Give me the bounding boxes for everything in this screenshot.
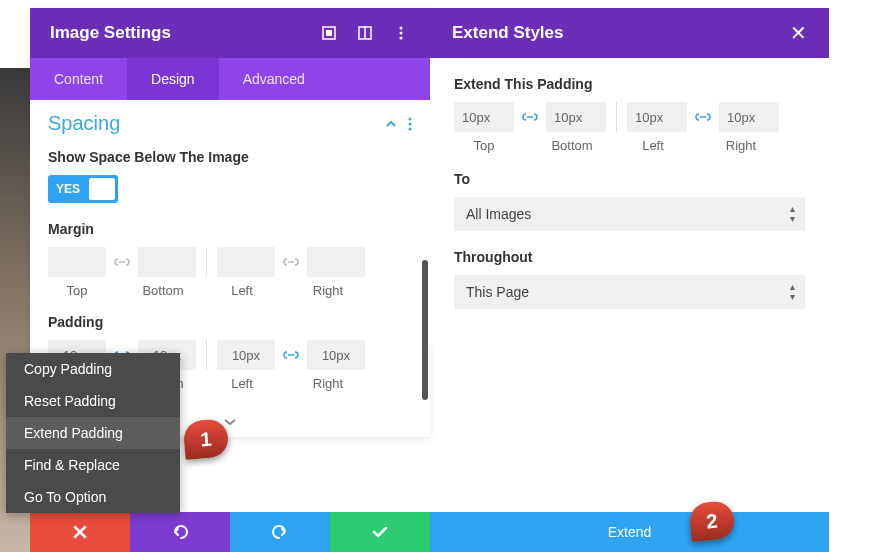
show-space-label: Show Space Below The Image xyxy=(48,149,412,165)
to-select[interactable]: All Images xyxy=(454,197,805,231)
margin-top-input[interactable] xyxy=(48,247,106,277)
svg-point-4 xyxy=(400,27,403,30)
padding-left-input[interactable] xyxy=(217,340,275,370)
margin-top-label: Top xyxy=(48,283,106,298)
extend-this-label: Extend This Padding xyxy=(454,76,805,92)
link-icon[interactable] xyxy=(691,110,715,124)
ext-right-input[interactable] xyxy=(719,102,779,132)
margin-group: Margin Top Bottom Left Right xyxy=(48,221,412,298)
throughout-label: Throughout xyxy=(454,249,805,265)
to-label: To xyxy=(454,171,805,187)
margin-right-label: Right xyxy=(299,283,357,298)
throughout-select-wrap: This Page ▴▾ xyxy=(454,275,805,309)
svg-point-7 xyxy=(409,117,412,120)
more-icon[interactable] xyxy=(408,117,412,131)
tab-content[interactable]: Content xyxy=(30,58,127,100)
show-space-toggle[interactable]: YES xyxy=(48,175,118,203)
link-icon[interactable] xyxy=(279,348,303,362)
margin-bottom-input[interactable] xyxy=(138,247,196,277)
callout-1: 1 xyxy=(182,418,229,460)
panel-header: Image Settings xyxy=(30,8,430,58)
fullscreen-icon[interactable] xyxy=(320,24,338,42)
link-icon[interactable] xyxy=(110,255,134,269)
tab-advanced[interactable]: Advanced xyxy=(219,58,329,100)
tabs: Content Design Advanced xyxy=(30,58,430,100)
margin-left-input[interactable] xyxy=(217,247,275,277)
panel-title: Extend Styles xyxy=(452,23,790,43)
padding-right-input[interactable] xyxy=(307,340,365,370)
padding-label: Padding xyxy=(48,314,412,330)
margin-label: Margin xyxy=(48,221,412,237)
svg-point-6 xyxy=(400,37,403,40)
ext-left-input[interactable] xyxy=(627,102,687,132)
more-icon[interactable] xyxy=(392,24,410,42)
svg-point-9 xyxy=(409,127,412,130)
panel-title: Image Settings xyxy=(50,23,320,43)
ctx-copy-padding[interactable]: Copy Padding xyxy=(6,353,180,385)
close-icon[interactable]: ✕ xyxy=(790,21,807,45)
ctx-find-replace[interactable]: Find & Replace xyxy=(6,449,180,481)
ctx-extend-padding[interactable]: Extend Padding xyxy=(6,417,180,449)
context-menu: Copy Padding Reset Padding Extend Paddin… xyxy=(6,353,180,513)
save-button[interactable] xyxy=(330,512,430,552)
margin-right-input[interactable] xyxy=(307,247,365,277)
ext-top-label: Top xyxy=(454,138,514,153)
redo-button[interactable] xyxy=(230,512,330,552)
throughout-select[interactable]: This Page xyxy=(454,275,805,309)
undo-button[interactable] xyxy=(130,512,230,552)
extend-button[interactable]: Extend xyxy=(430,512,829,552)
extend-styles-panel: Extend Styles ✕ Extend This Padding Top … xyxy=(430,8,829,345)
ext-bottom-input[interactable] xyxy=(546,102,606,132)
to-select-wrap: All Images ▴▾ xyxy=(454,197,805,231)
margin-left-label: Left xyxy=(213,283,271,298)
padding-left-label: Left xyxy=(213,376,271,391)
tab-design[interactable]: Design xyxy=(127,58,219,100)
link-icon[interactable] xyxy=(518,110,542,124)
discard-button[interactable] xyxy=(30,512,130,552)
link-icon[interactable] xyxy=(279,255,303,269)
svg-point-5 xyxy=(400,32,403,35)
ctx-go-to-option[interactable]: Go To Option xyxy=(6,481,180,513)
section-title: Spacing xyxy=(48,112,384,135)
columns-icon[interactable] xyxy=(356,24,374,42)
ext-bottom-label: Bottom xyxy=(542,138,602,153)
section-header[interactable]: Spacing xyxy=(48,112,412,135)
padding-right-label: Right xyxy=(299,376,357,391)
toggle-knob xyxy=(89,178,115,200)
panel-body: Extend This Padding Top Bottom Left Righ… xyxy=(430,58,829,345)
toggle-value: YES xyxy=(48,182,80,196)
ext-left-label: Left xyxy=(623,138,683,153)
ext-top-input[interactable] xyxy=(454,102,514,132)
svg-point-8 xyxy=(409,122,412,125)
chevron-up-icon[interactable] xyxy=(384,117,398,131)
svg-rect-1 xyxy=(326,30,332,36)
ext-right-label: Right xyxy=(711,138,771,153)
ctx-reset-padding[interactable]: Reset Padding xyxy=(6,385,180,417)
scrollbar[interactable] xyxy=(422,260,428,400)
margin-bottom-label: Bottom xyxy=(134,283,192,298)
panel-header: Extend Styles ✕ xyxy=(430,8,829,58)
